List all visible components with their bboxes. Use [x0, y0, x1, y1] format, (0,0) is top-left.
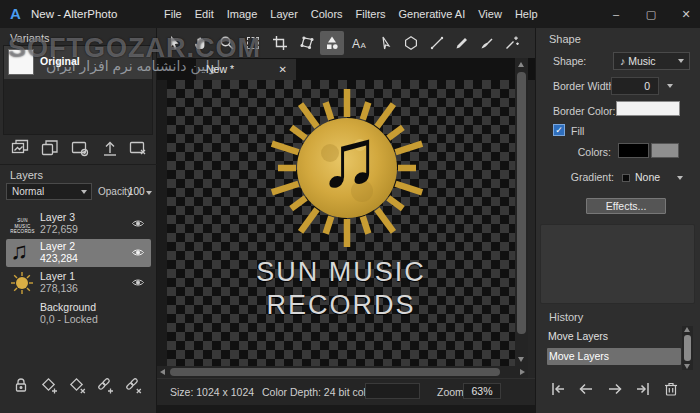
- history-forward-icon[interactable]: [606, 380, 626, 400]
- lock-icon[interactable]: [12, 376, 32, 396]
- history-item[interactable]: Move Layers: [548, 330, 608, 342]
- layer-row-3[interactable]: SUN MUSICRECORDS Layer 3 272,659: [6, 210, 151, 238]
- background-layer-row[interactable]: Background 0,0 - Locked: [6, 300, 151, 328]
- history-item-selected[interactable]: Move Layers: [547, 348, 681, 365]
- menu-help[interactable]: Help: [514, 6, 539, 22]
- effects-button[interactable]: Effects...: [586, 198, 666, 214]
- brush-tool[interactable]: [475, 31, 499, 55]
- text-tool[interactable]: AA: [347, 31, 371, 55]
- canvas[interactable]: ♫ SUN MUSIC RECORDS: [167, 80, 515, 366]
- layer-row-2-selected[interactable]: ♫ Layer 2 423,284: [6, 239, 151, 267]
- border-width-dropdown-icon[interactable]: [667, 84, 673, 88]
- menu-generative-ai[interactable]: Generative AI: [398, 6, 467, 22]
- svg-text:A: A: [361, 41, 367, 50]
- menu-edit[interactable]: Edit: [194, 6, 215, 22]
- history-back-icon[interactable]: [577, 380, 597, 400]
- border-color-label: Border Color:: [553, 105, 615, 117]
- close-button[interactable]: ✕: [680, 8, 692, 21]
- variant-row-original[interactable]: Original: [4, 46, 152, 79]
- eye-icon[interactable]: [131, 247, 145, 258]
- eye-icon[interactable]: [131, 277, 145, 288]
- shape-select[interactable]: ♪ Music: [613, 52, 690, 70]
- menu-image[interactable]: Image: [226, 6, 259, 22]
- menu-colors[interactable]: Colors: [310, 6, 344, 22]
- minimize-button[interactable]: –: [610, 8, 622, 20]
- secondary-color-swatch[interactable]: [651, 143, 679, 158]
- menu-view[interactable]: View: [477, 6, 503, 22]
- line-tool[interactable]: [425, 31, 449, 55]
- history-navigation: [536, 378, 700, 402]
- layer-row-1[interactable]: Layer 1 278,136: [6, 269, 151, 297]
- vertical-scroll-thumb[interactable]: [517, 72, 526, 334]
- horizontal-scroll-thumb[interactable]: [170, 368, 500, 376]
- eye-icon[interactable]: [131, 218, 145, 229]
- layers-toolbar: [0, 374, 157, 398]
- history-last-icon[interactable]: [634, 380, 654, 400]
- history-scroll-thumb[interactable]: [684, 335, 691, 361]
- opacity-value[interactable]: 100: [128, 186, 145, 197]
- link-layer-icon[interactable]: [96, 376, 116, 396]
- polygon-tool[interactable]: [399, 31, 423, 55]
- bottom-strip: [157, 405, 535, 413]
- history-header: History: [549, 311, 583, 323]
- fill-checkbox[interactable]: ✓: [553, 124, 565, 136]
- scroll-left-icon[interactable]: [160, 369, 165, 375]
- marquee-select-tool[interactable]: [241, 31, 265, 55]
- new-variant-icon[interactable]: [10, 138, 30, 158]
- border-color-swatch[interactable]: [616, 101, 680, 116]
- layer3-thumbnail: SUN MUSICRECORDS: [9, 214, 36, 234]
- zoom-value-box[interactable]: 63%: [463, 383, 501, 399]
- layer-name: Layer 2: [40, 240, 75, 252]
- gradient-select-value[interactable]: None: [635, 171, 660, 183]
- shape-options-empty-area: [540, 224, 695, 304]
- trash-icon[interactable]: [662, 380, 682, 400]
- panel-divider: [0, 164, 157, 165]
- horizontal-scrollbar[interactable]: [157, 366, 528, 378]
- scroll-right-icon[interactable]: [520, 369, 525, 375]
- layer-value: 423,284: [40, 252, 78, 264]
- border-width-input[interactable]: 0: [611, 77, 659, 95]
- shapes-tool[interactable]: [320, 31, 344, 55]
- zoom-tool[interactable]: [215, 31, 239, 55]
- lasso-tool[interactable]: [295, 31, 319, 55]
- hand-tool[interactable]: [188, 31, 212, 55]
- opacity-dropdown-icon[interactable]: [146, 191, 152, 195]
- app-logo-icon: A: [10, 6, 21, 22]
- vertical-scrollbar[interactable]: [515, 58, 528, 366]
- duplicate-variant-icon[interactable]: [40, 138, 60, 158]
- scroll-down-icon[interactable]: [684, 364, 690, 369]
- menu-filters[interactable]: Filters: [355, 6, 387, 22]
- tools-toolbar: AA: [157, 28, 535, 58]
- layer-value: 272,659: [40, 223, 78, 235]
- pencil-tool[interactable]: [450, 31, 474, 55]
- node-select-tool[interactable]: [374, 31, 398, 55]
- blend-mode-select[interactable]: Normal: [6, 183, 92, 200]
- menu-layer[interactable]: Layer: [269, 6, 299, 22]
- delete-variant-icon[interactable]: [128, 138, 148, 158]
- tab-close-icon[interactable]: ✕: [279, 59, 287, 80]
- export-variant-icon[interactable]: [100, 138, 120, 158]
- variant-settings-icon[interactable]: [70, 138, 90, 158]
- select-tool[interactable]: [163, 31, 187, 55]
- maximize-button[interactable]: ▢: [645, 8, 657, 21]
- variants-list[interactable]: Original: [3, 45, 153, 135]
- variant-thumbnail[interactable]: [8, 49, 34, 75]
- scroll-up-icon[interactable]: [518, 62, 524, 67]
- history-scrollbar[interactable]: [682, 326, 693, 370]
- gradient-dropdown-icon[interactable]: [677, 176, 683, 180]
- unlink-layer-icon[interactable]: [124, 376, 144, 396]
- scroll-down-icon[interactable]: [518, 357, 524, 362]
- delete-layer-icon[interactable]: [68, 376, 88, 396]
- menu-file[interactable]: File: [163, 6, 183, 22]
- status-empty-field[interactable]: [365, 383, 420, 399]
- magic-wand-tool[interactable]: [500, 31, 524, 55]
- title-bar: A New - AlterPhoto File Edit Image Layer…: [0, 0, 700, 28]
- history-first-icon[interactable]: [549, 380, 569, 400]
- scroll-up-icon[interactable]: [684, 327, 690, 332]
- add-layer-icon[interactable]: [40, 376, 60, 396]
- tab-new[interactable]: New * ✕: [196, 59, 296, 80]
- crop-tool[interactable]: [268, 31, 292, 55]
- music-note-small-icon: ♪: [620, 55, 625, 67]
- primary-color-swatch[interactable]: [618, 143, 649, 158]
- canvas-area: ♫ SUN MUSIC RECORDS: [157, 80, 515, 366]
